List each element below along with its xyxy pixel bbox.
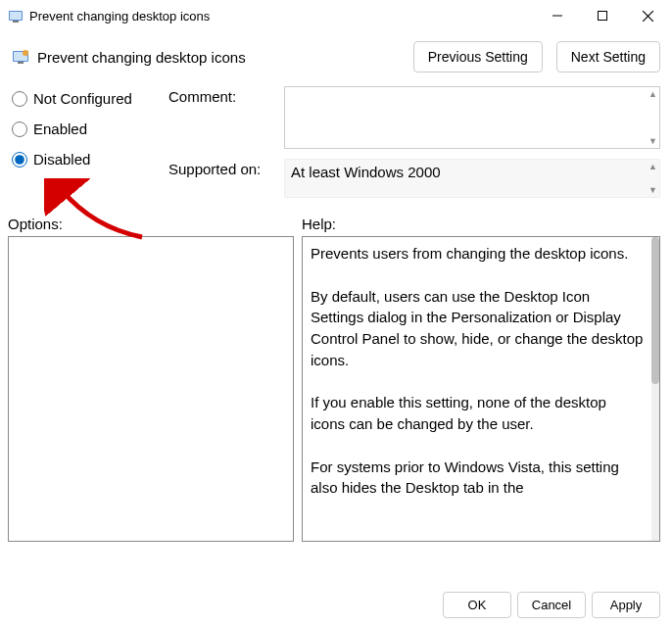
section-labels: Options: Help: [0, 208, 672, 236]
state-radios: Not Configured Enabled Disabled [12, 86, 168, 208]
help-text: Prevents users from changing the desktop… [303, 237, 651, 541]
fields-column: Comment: ▲ ▼ Supported on: At least Wind… [168, 86, 660, 208]
window-controls [535, 0, 670, 31]
comment-row: Comment: ▲ ▼ [168, 86, 660, 149]
comment-textarea[interactable]: ▲ ▼ [284, 86, 660, 149]
radio-disabled-label: Disabled [33, 151, 90, 168]
supported-row: Supported on: At least Windows 2000 ▲ ▼ [168, 159, 660, 198]
titlebar: Prevent changing desktop icons [0, 0, 672, 31]
radio-not-configured-label: Not Configured [33, 90, 132, 107]
main-area: Not Configured Enabled Disabled Comment:… [0, 82, 672, 208]
cancel-button[interactable]: Cancel [517, 592, 586, 618]
options-panel [8, 236, 294, 542]
scrollbar-thumb[interactable] [651, 237, 659, 384]
caret-up-icon: ▲ [648, 89, 657, 99]
panels-row: Prevents users from changing the desktop… [0, 236, 672, 542]
caret-down-icon: ▼ [648, 185, 657, 195]
window-title: Prevent changing desktop icons [29, 9, 535, 24]
dialog-buttons: OK Cancel Apply [443, 592, 660, 618]
supported-on-value: At least Windows 2000 [291, 164, 441, 180]
header-row: Prevent changing desktop icons Previous … [0, 31, 672, 82]
svg-rect-4 [599, 12, 607, 21]
help-scrollbar[interactable] [651, 237, 659, 541]
supported-on-box: At least Windows 2000 ▲ ▼ [284, 159, 660, 198]
help-panel: Prevents users from changing the desktop… [302, 236, 660, 542]
radio-enabled-label: Enabled [33, 120, 87, 137]
policy-icon [12, 48, 29, 66]
app-icon [8, 8, 24, 24]
maximize-button[interactable] [580, 0, 625, 31]
supported-label: Supported on: [168, 159, 284, 198]
minimize-button[interactable] [535, 0, 580, 31]
caret-down-icon: ▼ [648, 136, 657, 146]
svg-rect-9 [18, 62, 24, 64]
svg-rect-1 [10, 12, 22, 20]
ok-button[interactable]: OK [443, 592, 511, 618]
comment-label: Comment: [168, 86, 284, 149]
svg-point-10 [23, 50, 28, 56]
radio-disabled-input[interactable] [12, 152, 27, 168]
radio-not-configured-input[interactable] [12, 91, 27, 107]
radio-enabled-input[interactable] [12, 121, 27, 137]
previous-setting-button[interactable]: Previous Setting [413, 41, 543, 72]
close-button[interactable] [625, 0, 670, 31]
help-label: Help: [302, 216, 336, 232]
radio-disabled[interactable]: Disabled [12, 151, 168, 168]
apply-button[interactable]: Apply [592, 592, 660, 618]
page-title: Prevent changing desktop icons [37, 49, 400, 66]
options-label: Options: [8, 216, 302, 232]
next-setting-button[interactable]: Next Setting [556, 41, 660, 72]
radio-not-configured[interactable]: Not Configured [12, 90, 168, 107]
radio-enabled[interactable]: Enabled [12, 120, 168, 137]
caret-up-icon: ▲ [648, 162, 657, 171]
svg-rect-2 [13, 21, 19, 23]
